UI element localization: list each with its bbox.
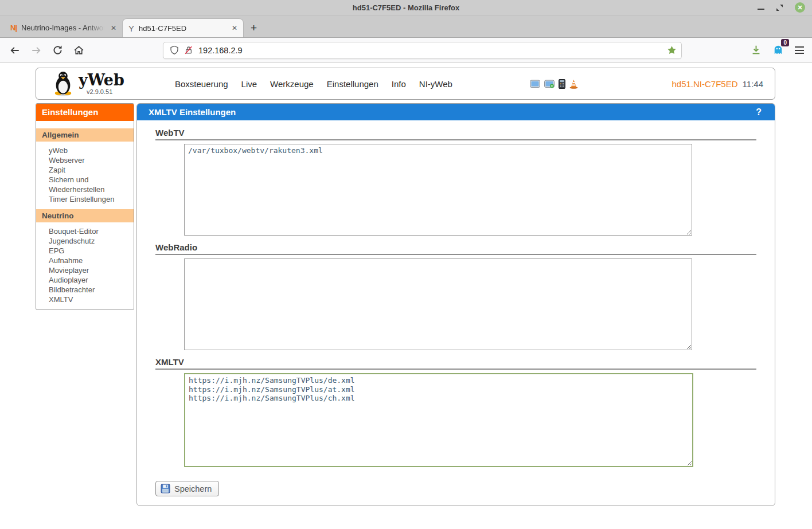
- sidebar-item-audioplayer[interactable]: Audioplayer: [36, 275, 134, 285]
- box-hostname: hd51.NI-C7F5ED: [672, 79, 738, 89]
- sidebar-item-webserver[interactable]: Webserver: [36, 155, 134, 165]
- sidebar-section-neutrino: Neutrino: [36, 209, 134, 222]
- sidebar-item-movieplayer[interactable]: Movieplayer: [36, 265, 134, 275]
- home-icon: [73, 45, 84, 56]
- maximize-icon: [776, 4, 783, 11]
- sidebar-item-jugendschutz[interactable]: Jugendschutz: [36, 236, 134, 246]
- yweb-favicon-icon: Y: [128, 23, 134, 33]
- floppy-disk-icon: [161, 484, 170, 493]
- webtv-label: WebTV: [155, 128, 756, 138]
- save-button-label: Speichern: [174, 484, 212, 493]
- settings-sidebar: Einstellungen Allgemein yWeb Webserver Z…: [36, 103, 134, 310]
- webradio-label: WebRadio: [155, 242, 756, 252]
- forward-button[interactable]: [29, 44, 43, 57]
- tab-close-icon[interactable]: ✕: [111, 24, 116, 32]
- yweb-title: yWeb: [79, 72, 124, 88]
- save-button[interactable]: Speichern: [155, 481, 219, 496]
- reload-button[interactable]: [50, 44, 64, 57]
- tab-neutrino-images[interactable]: N| Neutrino-Images - Antwort ✕: [5, 18, 122, 37]
- panel-title: XMLTV Einstellungen: [149, 107, 236, 117]
- nav-einstellungen[interactable]: Einstellungen: [327, 79, 378, 89]
- yweb-page: yWeb v2.9.0.51 Boxsteuerung Live Werkzeu…: [0, 68, 812, 529]
- menu-icon: [795, 46, 804, 48]
- sidebar-section-allgemein: Allgemein: [36, 128, 134, 142]
- sidebar-item-epg[interactable]: EPG: [36, 246, 134, 256]
- ghost-extension-button[interactable]: 0: [772, 44, 784, 57]
- maximize-button[interactable]: [776, 4, 783, 11]
- extension-badge: 0: [781, 39, 789, 46]
- close-button[interactable]: ✕: [795, 2, 805, 13]
- minimize-icon: [758, 9, 764, 10]
- home-button[interactable]: [72, 44, 85, 57]
- sidebar-item-xmltv[interactable]: XMLTV: [36, 295, 134, 304]
- menu-button[interactable]: [795, 46, 804, 54]
- close-icon: ✕: [797, 5, 802, 11]
- sidebar-title: Einstellungen: [36, 104, 134, 121]
- tab-label: Neutrino-Images - Antwort: [21, 23, 106, 32]
- sidebar-list-neutrino: Bouquet-Editor Jugendschutz EPG Aufnahme…: [36, 222, 134, 309]
- remote-icon[interactable]: [559, 79, 565, 89]
- window-titlebar: hd51-C7F5ED - Mozilla Firefox ✕: [0, 0, 812, 15]
- nav-ni-yweb[interactable]: NI-yWeb: [419, 79, 452, 89]
- webradio-textarea[interactable]: [184, 258, 692, 350]
- vlc-cone-icon[interactable]: [569, 79, 578, 89]
- yweb-version: v2.9.0.51: [79, 88, 124, 95]
- divider: [155, 254, 756, 255]
- tab-close-icon[interactable]: ✕: [232, 24, 237, 32]
- yweb-header: yWeb v2.9.0.51 Boxsteuerung Live Werkzeu…: [36, 68, 775, 100]
- minimize-button[interactable]: [758, 5, 764, 10]
- divider: [155, 139, 756, 140]
- tab-label: hd51-C7F5ED: [139, 24, 227, 33]
- panel-titlebar: XMLTV Einstellungen ?: [137, 104, 775, 120]
- yweb-nav: Boxsteuerung Live Werkzeuge Einstellunge…: [175, 79, 452, 89]
- reload-icon: [52, 45, 63, 56]
- yweb-logo: yWeb v2.9.0.51: [52, 70, 143, 97]
- download-icon[interactable]: [751, 45, 762, 56]
- xmltv-label: XMLTV: [155, 357, 756, 367]
- ni-favicon-icon: N|: [10, 23, 17, 32]
- new-tab-button[interactable]: +: [244, 22, 264, 34]
- webtv-textarea[interactable]: /var/tuxbox/webtv/rakuten3.xml: [184, 144, 692, 236]
- tv-add-icon[interactable]: [544, 80, 555, 88]
- window-title: hd51-C7F5ED - Mozilla Firefox: [0, 3, 812, 12]
- bookmark-star-icon[interactable]: [667, 45, 677, 55]
- back-button[interactable]: [8, 44, 22, 57]
- sidebar-item-bildbetrachter[interactable]: Bildbetrachter: [36, 285, 134, 295]
- nav-boxsteuerung[interactable]: Boxsteuerung: [175, 79, 228, 89]
- sidebar-list-allgemein: yWeb Webserver Zapit Sichern und Wiederh…: [36, 142, 134, 209]
- sidebar-item-aufnahme[interactable]: Aufnahme: [36, 256, 134, 265]
- tab-bar: N| Neutrino-Images - Antwort ✕ Y hd51-C7…: [0, 15, 812, 38]
- help-button[interactable]: ?: [756, 107, 762, 117]
- nav-info[interactable]: Info: [392, 79, 406, 89]
- divider: [155, 369, 756, 370]
- sidebar-item-bouquet-editor[interactable]: Bouquet-Editor: [36, 226, 134, 236]
- url-text[interactable]: 192.168.2.9: [198, 46, 662, 55]
- box-time: 11:44: [743, 79, 763, 89]
- xmltv-settings-panel: XMLTV Einstellungen ? WebTV /var/tuxbox/…: [136, 103, 775, 506]
- sidebar-item-timer[interactable]: Timer Einstellungen: [36, 194, 134, 204]
- nav-werkzeuge[interactable]: Werkzeuge: [270, 79, 314, 89]
- forward-icon: [30, 45, 42, 56]
- back-icon: [9, 45, 21, 56]
- insecure-lock-icon[interactable]: [184, 45, 193, 55]
- tv-icon[interactable]: [530, 80, 540, 88]
- xmltv-textarea[interactable]: https://i.mjh.nz/SamsungTVPlus/de.xml ht…: [184, 373, 693, 467]
- shield-icon[interactable]: [170, 45, 179, 55]
- sidebar-item-zapit[interactable]: Zapit: [36, 165, 134, 175]
- sidebar-item-sichern[interactable]: Sichern und Wiederherstellen: [36, 175, 134, 194]
- tab-hd51[interactable]: Y hd51-C7F5ED ✕: [122, 18, 244, 37]
- xmltv-section: XMLTV https://i.mjh.nz/SamsungTVPlus/de.…: [155, 357, 756, 467]
- nav-live[interactable]: Live: [241, 79, 257, 89]
- sidebar-item-yweb[interactable]: yWeb: [36, 146, 134, 155]
- webtv-section: WebTV /var/tuxbox/webtv/rakuten3.xml: [155, 128, 756, 236]
- url-bar[interactable]: 192.168.2.9: [163, 42, 682, 59]
- browser-toolbar: 192.168.2.9 0: [0, 38, 812, 63]
- tux-logo-icon: [52, 70, 74, 97]
- webradio-section: WebRadio: [155, 242, 756, 350]
